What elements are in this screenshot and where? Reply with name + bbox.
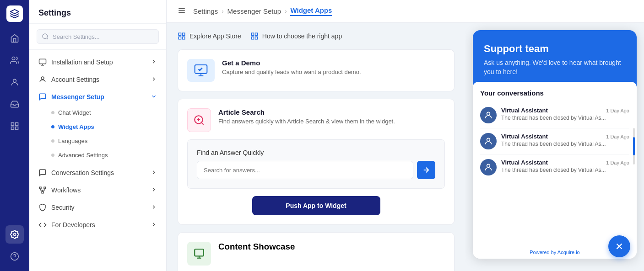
- sidebar-item-label: Messenger Setup: [51, 93, 104, 101]
- chevron-right-icon: [151, 221, 157, 229]
- demo-app-title: Get a Demo: [222, 59, 361, 67]
- chat-widget: Support team Ask us anything. We'd love …: [473, 30, 637, 259]
- apps-icon[interactable]: [5, 117, 24, 135]
- svg-rect-4: [16, 127, 18, 130]
- sidebar: Settings Installation and Setup Account …: [29, 0, 167, 271]
- breadcrumb-settings[interactable]: Settings: [193, 7, 218, 15]
- sidebar-item-account[interactable]: Account Settings: [29, 71, 166, 88]
- app-tabs: Explore App Store How to choose the righ…: [178, 32, 455, 42]
- tab-label: How to choose the right app: [262, 32, 342, 40]
- svg-rect-31: [251, 37, 254, 39]
- sub-item-chat-widget[interactable]: Chat Widget: [29, 106, 166, 120]
- chat-icon: [38, 93, 47, 101]
- menu-icon[interactable]: [178, 6, 186, 16]
- breadcrumb-sep1: ›: [222, 8, 223, 15]
- dot-indicator: [51, 154, 54, 157]
- svg-rect-40: [195, 249, 204, 256]
- svg-rect-28: [251, 33, 254, 35]
- shield-icon: [38, 203, 47, 212]
- article-search-card: Article Search Find answers quickly with…: [178, 99, 455, 225]
- article-search-text: Article Search Find answers quickly with…: [218, 108, 395, 125]
- conversation-item-2[interactable]: Virtual Assistant 1 Day Ago The thread h…: [480, 128, 629, 154]
- svg-rect-29: [255, 33, 257, 35]
- sub-item-label: Chat Widget: [58, 109, 91, 116]
- convo-time-2: 1 Day Ago: [606, 134, 629, 139]
- convo-name-2: Virtual Assistant: [501, 133, 548, 140]
- convo-content-1: Virtual Assistant 1 Day Ago The thread h…: [501, 107, 629, 121]
- search-input[interactable]: [53, 33, 154, 40]
- sidebar-item-conversation[interactable]: Conversation Settings: [29, 164, 166, 181]
- demo-app-icon: [187, 59, 215, 82]
- conversation-item-3[interactable]: Virtual Assistant 1 Day Ago The thread h…: [480, 154, 629, 180]
- sub-item-widget-apps[interactable]: Widget Apps: [29, 120, 166, 134]
- monitor-icon: [38, 58, 47, 66]
- sub-item-advanced[interactable]: Advanced Settings: [29, 148, 166, 162]
- showcase-text: Content Showcase: [218, 242, 295, 252]
- convo-preview-1: The thread has been closed by Virtual As…: [501, 115, 629, 121]
- agent-icon[interactable]: [5, 73, 24, 91]
- chat-close-button[interactable]: [608, 235, 630, 257]
- sidebar-item-messenger[interactable]: Messenger Setup: [29, 88, 166, 106]
- sidebar-item-label: Workflows: [51, 186, 81, 194]
- convo-preview-2: The thread has been closed by Virtual As…: [501, 141, 629, 147]
- search-answers-input[interactable]: [197, 161, 413, 179]
- convo-content-3: Virtual Assistant 1 Day Ago The thread h…: [501, 159, 629, 173]
- tab-label: Explore App Store: [189, 32, 241, 40]
- chat-header-subtitle: Ask us anything. We'd love to hear what …: [484, 58, 626, 76]
- grid-icon: [178, 32, 186, 40]
- conversation-item-1[interactable]: Virtual Assistant 1 Day Ago The thread h…: [480, 102, 629, 128]
- demo-app-text: Get a Demo Capture and qualify leads who…: [222, 59, 361, 75]
- sub-item-languages[interactable]: Languages: [29, 134, 166, 148]
- svg-rect-2: [11, 123, 14, 126]
- tab-how-to[interactable]: How to choose the right app: [250, 32, 342, 42]
- svg-point-45: [487, 165, 490, 168]
- dot-indicator: [51, 111, 54, 114]
- sidebar-item-workflows[interactable]: Workflows: [29, 181, 166, 199]
- tab-explore[interactable]: Explore App Store: [178, 32, 241, 42]
- chat-conversations: Your conversations Virtual Assistant 1 D…: [473, 82, 637, 246]
- sidebar-item-security[interactable]: Security: [29, 199, 166, 216]
- app-logo: [6, 5, 23, 22]
- breadcrumb-widget-apps[interactable]: Widget Apps: [290, 6, 332, 16]
- showcase-icon: [187, 242, 211, 266]
- inbox-icon[interactable]: [5, 95, 24, 113]
- svg-point-0: [12, 57, 15, 60]
- svg-point-1: [13, 79, 16, 82]
- help-icon[interactable]: [5, 247, 24, 266]
- sidebar-title: Settings: [29, 0, 166, 24]
- showcase-title: Content Showcase: [218, 242, 295, 252]
- chevron-right-icon: [151, 204, 157, 212]
- sub-item-label: Languages: [58, 138, 87, 144]
- settings-icon[interactable]: [5, 225, 24, 244]
- sidebar-item-label: Installation and Setup: [51, 58, 113, 66]
- push-app-button[interactable]: Push App to Widget: [252, 196, 380, 215]
- svg-rect-15: [44, 187, 46, 189]
- contacts-icon[interactable]: [5, 51, 24, 69]
- content-showcase-card: Content Showcase: [178, 232, 455, 271]
- sub-item-label: Widget Apps: [58, 123, 94, 130]
- sidebar-item-label: Conversation Settings: [51, 169, 114, 176]
- svg-point-8: [43, 34, 48, 39]
- article-search-icon: [187, 108, 211, 132]
- avatar-1: [480, 107, 497, 123]
- chevron-right-icon: [151, 76, 157, 84]
- dot-indicator: [51, 139, 54, 143]
- scroll-thumb: [633, 137, 635, 155]
- messenger-sub-nav: Chat Widget Widget Apps Languages Advanc…: [29, 106, 166, 164]
- chat-header-title: Support team: [484, 43, 626, 55]
- search-answers-button[interactable]: [417, 161, 435, 179]
- convo-name-3: Virtual Assistant: [501, 159, 548, 166]
- sidebar-item-installation[interactable]: Installation and Setup: [29, 53, 166, 71]
- arrow-right-icon: [422, 166, 430, 174]
- svg-rect-14: [39, 187, 41, 189]
- home-icon[interactable]: [5, 29, 24, 48]
- sidebar-item-developers[interactable]: For Developers: [29, 216, 166, 234]
- svg-point-13: [41, 77, 44, 80]
- demo-app-card: Get a Demo Capture and qualify leads who…: [178, 49, 455, 91]
- breadcrumb-messenger[interactable]: Messenger Setup: [227, 7, 281, 15]
- user-icon: [38, 75, 47, 84]
- svg-rect-16: [42, 191, 43, 193]
- avatar-2: [480, 133, 497, 149]
- svg-point-6: [14, 234, 16, 236]
- code-icon: [38, 221, 47, 229]
